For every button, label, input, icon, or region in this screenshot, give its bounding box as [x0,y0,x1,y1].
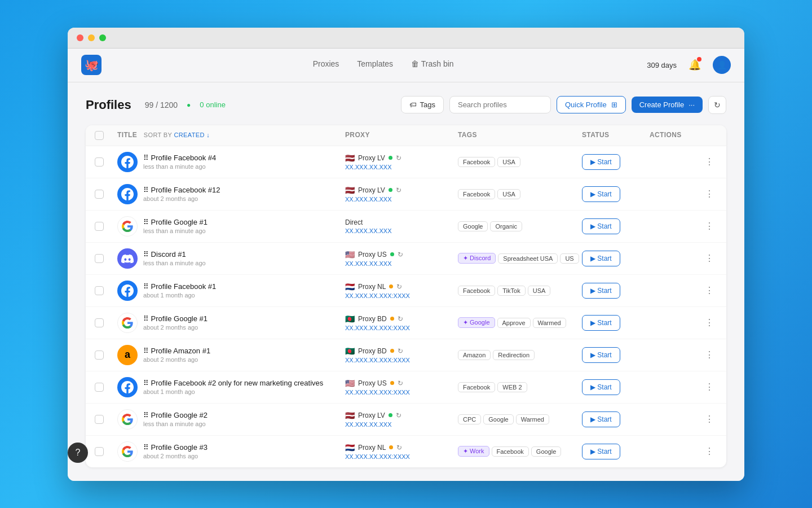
tag: US [560,253,579,264]
more-actions-button[interactable]: ⋮ [701,379,717,395]
rotate-icon[interactable]: ↻ [398,251,403,259]
refresh-button[interactable]: ↻ [708,96,726,114]
rotate-icon[interactable]: ↻ [398,347,403,355]
row-checkbox[interactable] [95,383,104,392]
cell-status: ▶ Start [582,379,650,395]
rotate-icon[interactable]: ↻ [398,315,403,323]
start-button[interactable]: ▶ Start [582,444,620,459]
profile-time: about 2 months ago [143,324,208,331]
rotate-icon[interactable]: ↻ [396,283,402,291]
proxy-flag: 🇱🇻 [345,186,355,195]
more-actions-button[interactable]: ⋮ [701,411,717,427]
more-actions-button[interactable]: ⋮ [701,186,717,202]
maximize-button[interactable] [99,34,106,41]
start-button[interactable]: ▶ Start [582,218,620,234]
cell-tags: ✦ Discord Spreadsheet USA US [458,253,582,264]
more-actions-button[interactable]: ⋮ [701,218,717,234]
profile-title-info: ⠿ Profile Google #3 about 2 months ago [143,443,208,459]
nav-templates[interactable]: Templates [357,59,393,71]
profile-time: about 2 months ago [143,453,208,459]
start-button[interactable]: ▶ Start [582,411,620,427]
start-button[interactable]: ▶ Start [582,186,620,202]
tags-button[interactable]: 🏷 Tags [401,96,444,113]
proxy-name: Direct [345,218,363,226]
table-row: ⠿ Profile Facebook #1 about 1 month ago … [86,275,726,307]
row-checkbox[interactable] [95,157,104,167]
cell-title: ⠿ Profile Facebook #1 about 1 month ago [117,281,345,301]
tags-label: Tags [420,100,435,109]
profile-time: less than a minute ago [143,227,208,234]
more-actions-button[interactable]: ⋮ [701,347,717,363]
start-button[interactable]: ▶ Start [582,154,620,170]
select-all-checkbox[interactable] [95,131,104,140]
row-checkbox[interactable] [95,222,104,231]
table-row: ⠿ Profile Facebook #4 less than a minute… [86,146,726,178]
cell-title: ⠿ Discord #1 less than a minute ago [117,248,345,269]
row-checkbox[interactable] [95,254,104,263]
nav-trash[interactable]: 🗑 Trash bin [411,59,453,71]
proxy-name: Proxy BD [358,315,387,323]
proxy-status-dot [389,445,393,449]
start-button[interactable]: ▶ Start [582,347,620,363]
tag: Amazon [458,350,491,360]
cell-title: ⠿ Profile Facebook #2 only for new marke… [117,377,345,397]
table-header: Title Sort by Created ↓ Proxy Tags Statu… [86,125,726,146]
start-button[interactable]: ▶ Start [582,315,620,331]
row-checkbox[interactable] [95,286,104,295]
more-actions-button[interactable]: ⋮ [701,315,717,331]
search-input[interactable] [449,96,551,113]
cell-proxy: 🇳🇱 Proxy NL ↻ XX.XXX.XX.XXX:XXXX [345,443,458,460]
help-button[interactable]: ? [68,443,88,463]
tag: WEB 2 [497,382,527,392]
profile-time: less than a minute ago [143,421,208,427]
rotate-icon[interactable]: ↻ [396,411,401,419]
rotate-icon[interactable]: ↻ [396,154,401,162]
trash-icon: 🗑 [411,59,419,68]
cell-proxy: 🇺🇸 Proxy US ↻ XX.XXX.XX.XXX:XXXX [345,379,458,396]
close-button[interactable] [77,34,83,41]
row-checkbox[interactable] [95,190,104,199]
cell-status: ▶ Start [582,218,650,234]
more-actions-button[interactable]: ⋮ [701,154,717,170]
rotate-icon[interactable]: ↻ [396,186,401,194]
profile-name: ⠿ Profile Google #3 [143,443,208,453]
profile-count: 99 / 1200 [145,100,178,110]
cell-actions: ⋮ [650,251,717,266]
cell-actions: ⋮ [650,218,717,234]
nav-proxies[interactable]: Proxies [313,59,339,71]
cell-title: ⠿ Profile Google #1 about 2 months ago [117,313,345,333]
proxy-flag: 🇧🇩 [345,347,355,356]
notifications-button[interactable]: 🔔 [686,56,704,74]
tag: ✦ Google [458,317,495,328]
quick-profile-button[interactable]: Quick Profile ⊞ [557,96,626,113]
profile-time: less than a minute ago [143,163,216,170]
start-button[interactable]: ▶ Start [582,283,620,299]
row-checkbox[interactable] [95,415,104,424]
user-avatar[interactable]: 👤 [713,56,731,74]
cell-tags: Facebook USA [458,189,582,199]
more-actions-button[interactable]: ⋮ [701,283,717,299]
row-checkbox[interactable] [95,318,104,327]
cell-status: ▶ Start [582,283,650,299]
rotate-icon[interactable]: ↻ [398,379,403,387]
cell-actions: ⋮ [650,186,717,202]
tag: Facebook [458,286,495,296]
main-content: 🐙 Proxies Templates 🗑 Trash bin 309 days… [68,49,744,481]
minimize-button[interactable] [88,34,95,41]
profile-time: about 1 month ago [143,388,323,395]
profile-title-info: ⠿ Profile Amazon #1 about 2 months ago [143,347,210,363]
more-actions-button[interactable]: ⋮ [701,251,717,266]
rotate-icon[interactable]: ↻ [396,444,402,452]
start-button[interactable]: ▶ Start [582,251,620,266]
row-checkbox[interactable] [95,351,104,360]
proxy-status-dot [390,349,394,353]
start-button[interactable]: ▶ Start [582,379,620,395]
table-row: ⠿ Profile Facebook #2 only for new marke… [86,371,726,404]
cell-tags: ✦ Work Facebook Google [458,446,582,457]
row-checkbox[interactable] [95,447,104,456]
proxy-flag: 🇺🇸 [345,379,355,388]
proxy-name: Proxy NL [358,283,386,291]
profile-title-info: ⠿ Profile Google #1 about 2 months ago [143,314,208,331]
more-actions-button[interactable]: ⋮ [701,444,717,459]
create-profile-button[interactable]: Create Profile ··· [632,97,703,113]
